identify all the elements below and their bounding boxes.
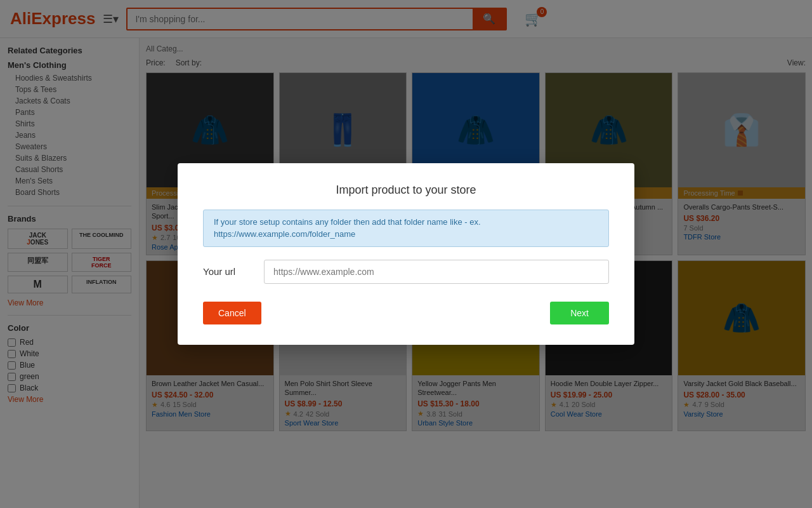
modal-hint: If your store setup contains any folder …: [203, 210, 609, 246]
modal-url-label: Your url: [203, 266, 254, 277]
next-button[interactable]: Next: [550, 302, 609, 324]
modal-title: Import product to your store: [203, 184, 609, 197]
modal-url-input[interactable]: [264, 260, 609, 284]
import-modal: Import product to your store If your sto…: [178, 163, 634, 344]
modal-overlay: Import product to your store If your sto…: [0, 0, 812, 508]
modal-url-row: Your url: [203, 260, 609, 284]
modal-actions: Cancel Next: [203, 302, 609, 324]
cancel-button[interactable]: Cancel: [203, 302, 261, 324]
